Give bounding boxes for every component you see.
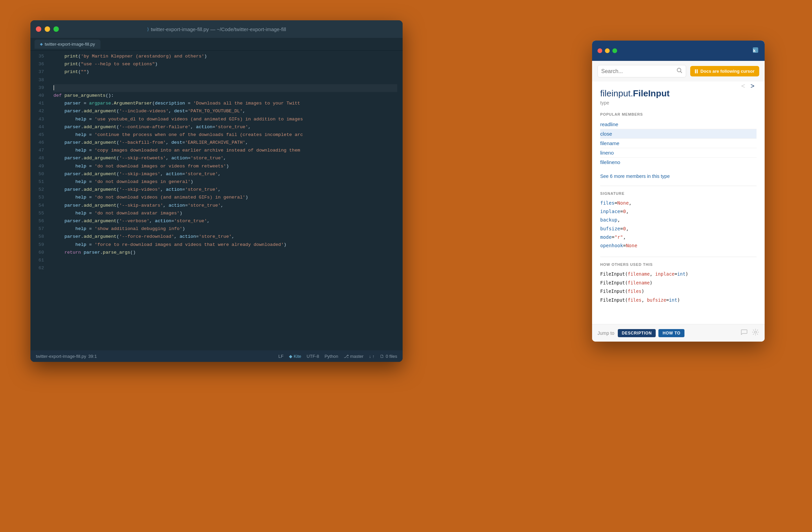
docs-minimize-button[interactable] [605,48,610,53]
status-language: Python [324,354,338,359]
code-line-60: return parser.parse_args() [54,249,397,257]
code-line-52: parser.add_argument('--skip-videos', act… [54,186,397,194]
member-filelineno[interactable]: filelineno [600,158,756,167]
code-line-55: help = 'do not download avatar images') [54,210,397,218]
search-icon [676,67,682,75]
type-title: fileinput.FileInput [600,88,670,99]
type-name: FileInput [633,88,670,99]
popular-members-label: POPULAR MEMBERS [600,112,756,116]
sig-mode: mode="r", [600,233,756,241]
usage-3: FileInput(files) [600,287,756,296]
code-area[interactable]: print('by Martin Kleppner (arestandorg) … [48,51,403,350]
line-numbers: 35 36 37 38 39 40 41 42 43 44 45 46 47 4… [30,51,48,350]
jump-to-label: Jump to [597,330,614,336]
editor-window: ⟩ twitter-export-image-fill.py — ~/Code/… [30,20,403,362]
member-filename[interactable]: filename [600,139,756,148]
sig-bufsize: bufsize=0, [600,225,756,233]
code-line-48: parser.add_argument('--skip-retweets', a… [54,154,397,162]
code-line-39 [54,84,397,92]
status-encoding: UTF-8 [306,354,319,359]
tab-label: twitter-export-image-fill.py [45,42,95,47]
footer-icons [740,328,759,338]
member-readline[interactable]: readline [600,120,756,129]
code-line-58: parser.add_argument('--force-redownload'… [54,233,397,241]
docs-maximize-button[interactable] [612,48,617,53]
status-branch: ⎇ master [344,354,364,359]
code-line-40: def parse_arguments(): [54,92,397,100]
code-line-56: parser.add_argument('--verbose', action=… [54,218,397,225]
status-arrows: ↓ ↑ [369,354,375,359]
docs-nav-arrows: < > [739,82,756,91]
status-files: 🗋 0 files [380,354,397,359]
sig-inplace: inplace=0, [600,207,756,216]
how-others-section: HOW OTHERS USED THIS FileInput(filename,… [600,263,756,305]
sig-files: files=None, [600,199,756,207]
code-line-54: parser.add_argument('--skip-avatars', ac… [54,202,397,210]
pause-icon [695,69,698,73]
usage-2: FileInput(filename) [600,279,756,287]
close-button[interactable] [36,26,41,32]
svg-point-4 [754,331,756,333]
follow-cursor-label: Docs are following cursor [700,69,754,74]
minimize-button[interactable] [45,26,50,32]
code-line-62 [54,265,397,272]
maximize-button[interactable] [54,26,59,32]
status-filename: twitter-export-image-fill.py [36,354,86,359]
file-icon: ⟩ [147,27,149,32]
code-line-57: help = 'show additional debugging info') [54,225,397,233]
popular-members-section: POPULAR MEMBERS readline close filename … [600,112,756,167]
code-line-36: print("use --help to see options") [54,61,397,68]
code-line-37: print("") [54,68,397,76]
description-button[interactable]: DESCRIPTION [618,329,656,337]
code-line-44: parser.add_argument('--continue-after-fa… [54,123,397,131]
chat-icon[interactable] [740,328,748,338]
nav-prev-button[interactable]: < [739,82,748,91]
code-line-43: help = 'use youtube_dl to download video… [54,116,397,123]
member-lineno[interactable]: lineno [600,148,756,158]
editor-content: 35 36 37 38 39 40 41 42 43 44 45 46 47 4… [30,51,403,350]
divider2 [600,257,756,257]
code-line-42: parser.add_argument('--include-videos', … [54,107,397,115]
editor-titlebar: ⟩ twitter-export-image-fill.py — ~/Code/… [30,20,403,38]
code-line-53: help = 'do not download videos (and anim… [54,194,397,202]
usage-1: FileInput(filename, inplace=int) [600,270,756,279]
code-line-47: help = 'copy images downloaded into an e… [54,147,397,154]
settings-icon[interactable] [752,328,759,338]
code-line-41: parser = argparse.ArgumentParser(descrip… [54,100,397,107]
editor-title: ⟩ twitter-export-image-fill.py — ~/Code/… [147,26,286,32]
type-kind: type [600,100,756,105]
docs-search-row: Docs are following cursor [592,61,765,82]
traffic-lights [36,26,59,32]
member-close[interactable]: close [600,129,756,139]
kite-logo-icon: k [752,46,759,56]
type-module: fileinput [600,88,630,99]
usage-4: FileInput(files, bufsize=int) [600,296,756,305]
see-more-link[interactable]: See 6 more members in this type [600,174,756,179]
code-line-51: help = 'do not download images in genera… [54,178,397,186]
docs-panel: k Docs are following cursor < [592,41,765,342]
docs-traffic-lights [597,48,617,53]
signature-label: SIGNATURE [600,191,756,195]
code-line-50: parser.add_argument('--skip-images', act… [54,171,397,178]
docs-panel-header: k [592,41,765,61]
docs-search-container[interactable] [597,65,686,77]
howto-button[interactable]: HOW TO [658,329,684,337]
code-line-49: help = 'do not download images or videos… [54,163,397,171]
editor-tab[interactable]: ◆ twitter-export-image-fill.py [34,40,101,49]
code-line-46: parser.add_argument('--backfill-from', d… [54,139,397,147]
how-others-label: HOW OTHERS USED THIS [600,263,756,266]
status-left: twitter-export-image-fill.py 39:1 [36,354,97,359]
type-title-container: fileinput.FileInput [600,88,756,99]
code-line-35: print('by Martin Kleppner (arestandorg) … [54,53,397,61]
divider [600,186,756,186]
sig-backup: backup, [600,216,756,224]
docs-search-input[interactable] [601,68,673,74]
follow-cursor-button[interactable]: Docs are following cursor [690,66,759,76]
code-line-59: help = 'force to re-download images and … [54,241,397,249]
code-line-45: help = 'continue the process when one of… [54,131,397,139]
nav-next-button[interactable]: > [749,82,756,91]
sig-openhook: openhook=None [600,241,756,250]
docs-close-button[interactable] [597,48,602,53]
window-title: twitter-export-image-fill.py — ~/Code/tw… [151,26,286,32]
svg-point-2 [677,68,681,72]
